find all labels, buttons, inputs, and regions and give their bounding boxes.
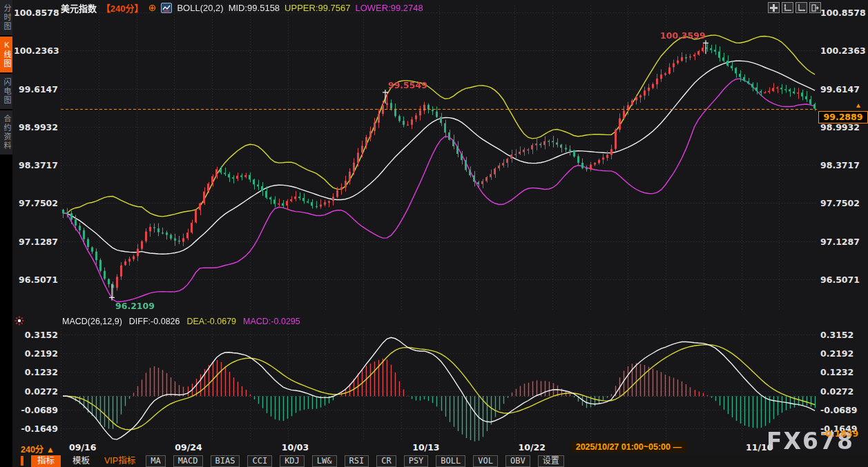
macd-name: MACD(26,12,9) xyxy=(62,317,122,326)
toolbar-button-2-vip[interactable]: VIP指标 xyxy=(102,455,138,467)
move-icon[interactable] xyxy=(768,2,780,13)
date-tick-label: 09/16 xyxy=(69,442,96,453)
scale-y-axis-icon[interactable] xyxy=(782,2,793,13)
toolbar-accent-bar xyxy=(21,456,23,466)
toolbar-button-14-obv[interactable]: OBV xyxy=(505,455,530,467)
price-axis-label-left: 98.9932 xyxy=(14,122,58,132)
macd-current-value: -0.1839 xyxy=(822,428,858,439)
toolbar-button-15-settings[interactable]: 设置 xyxy=(538,455,564,467)
period-badge: 【240分】 xyxy=(102,1,144,14)
toolbar-button-6-cci[interactable]: CCI xyxy=(247,455,272,467)
macd-axis-label-right: 0.3152 xyxy=(820,330,853,340)
footer-period-label[interactable]: 240分 ▲ xyxy=(21,442,55,455)
date-tick-label: 10/13 xyxy=(412,442,439,453)
macd-axis-label-left: 0.1232 xyxy=(14,367,58,377)
date-tick-label: 10/03 xyxy=(282,442,309,453)
kline-chart-app: 分时图K线图闪电图合约资料 美元指数 【240分】 ⊕ BOLL(20,2) M… xyxy=(0,0,868,467)
macd-axis-label-right: 0.0272 xyxy=(820,386,853,397)
boll-lower-value: LOWER:99.2748 xyxy=(356,3,423,13)
macd-header: MACD(26,12,9) DIFF:-0.0826 DEA:-0.0679 M… xyxy=(62,317,300,326)
price-axis-label-right: 98.9932 xyxy=(820,122,860,132)
macd-axis-label-right: 0.1232 xyxy=(820,367,853,377)
chart-header: 美元指数 【240分】 ⊕ BOLL(20,2) MID:99.5158 UPP… xyxy=(61,1,423,14)
price-axis-label-left: 98.3717 xyxy=(14,160,58,170)
chart-tool-icons xyxy=(768,2,821,13)
macd-diff-value: DIFF:-0.0826 xyxy=(129,317,180,326)
macd-macd-value: MACD:-0.0295 xyxy=(243,317,300,326)
date-tick-label: 10/22 xyxy=(518,442,545,453)
swing-high-label: 100.3599 xyxy=(660,30,706,41)
price-axis-label-right: 100.8578 xyxy=(820,8,866,18)
price-axis-label-left: 100.2363 xyxy=(14,46,58,56)
macd-axis-label-right: 0.2192 xyxy=(820,348,853,359)
boll-upper-value: UPPER:99.7567 xyxy=(284,3,350,13)
selected-bar-range-label: 2025/10/27 01:00~05:00 — xyxy=(572,441,686,453)
toolbar-button-4-macd[interactable]: MACD xyxy=(173,455,203,467)
sidebar-tab-contract-info[interactable]: 合约资料 xyxy=(0,110,12,155)
collapse-panel-icon[interactable] xyxy=(809,2,821,13)
indicator-toolbar: 指标模板VIP指标MAMACDBIASCCIKDJLW&RSICRPSYBOLL… xyxy=(12,455,868,467)
macd-axis-label-left: -0.1649 xyxy=(14,424,58,434)
price-axis-label-right: 99.6147 xyxy=(820,84,860,95)
price-axis-label-left: 99.6147 xyxy=(14,84,58,95)
price-axis-label-left: 100.8578 xyxy=(14,8,58,18)
macd-axis-label-left: 0.0272 xyxy=(14,386,58,397)
price-axis-label-left: 97.1287 xyxy=(14,237,58,247)
price-axis-label-right: 96.5071 xyxy=(820,275,860,285)
current-price-tag: 99.2889 xyxy=(818,111,868,123)
price-tag-arrow: ▲ xyxy=(855,101,862,109)
toolbar-button-13-vol[interactable]: VOL xyxy=(473,455,498,467)
symbol-title: 美元指数 xyxy=(61,1,97,14)
sidebar-tab-flash[interactable]: 闪电图 xyxy=(0,74,12,109)
macd-canvas[interactable] xyxy=(61,328,817,441)
toolbar-button-7-kdj[interactable]: KDJ xyxy=(280,455,305,467)
price-axis-label-left: 96.5071 xyxy=(14,275,58,285)
macd-axis-label-right: -0.0689 xyxy=(820,405,857,415)
price-axis-label-left: 97.7502 xyxy=(14,198,58,208)
boll-mid-value: MID:99.5158 xyxy=(229,3,280,13)
swing-high-label: 99.5549 xyxy=(388,80,427,90)
macd-axis-label-left: 0.3152 xyxy=(14,330,58,340)
macd-axis-label-left: -0.0689 xyxy=(14,405,58,415)
price-axis-label-right: 97.7502 xyxy=(820,198,860,208)
toolbar-button-1-templates[interactable]: 模板 xyxy=(68,455,94,467)
toolbar-button-11-psy[interactable]: PSY xyxy=(404,455,429,467)
toolbar-button-5-bias[interactable]: BIAS xyxy=(211,455,240,467)
macd-axis-label-left: 0.2192 xyxy=(14,348,58,359)
swing-low-label: 96.2109 xyxy=(115,301,155,311)
candlestick-canvas[interactable] xyxy=(61,6,817,312)
toolbar-button-10-cr[interactable]: CR xyxy=(376,455,396,467)
left-sidebar: 分时图K线图闪电图合约资料 xyxy=(0,0,12,467)
toolbar-button-8-lw[interactable]: LW& xyxy=(312,455,337,467)
price-axis-label-right: 100.2363 xyxy=(820,46,866,56)
chart-type-icon[interactable] xyxy=(161,3,172,13)
sidebar-tab-timeline[interactable]: 分时图 xyxy=(0,0,12,35)
macd-settings-icon[interactable] xyxy=(15,316,24,326)
date-axis: 240分 ▲ 09/1609/2410/0310/1310/2211/10202… xyxy=(0,442,868,454)
macd-dea-value: DEA:-0.0679 xyxy=(186,317,236,326)
price-axis-label-right: 97.1287 xyxy=(820,237,860,247)
scale-x-axis-icon[interactable] xyxy=(795,2,807,13)
toolbar-button-0-indicators[interactable]: 指标 xyxy=(31,455,61,467)
add-indicator-icon[interactable]: ⊕ xyxy=(148,3,157,12)
date-tick-label: 09/24 xyxy=(175,442,202,453)
boll-label: BOLL(20,2) xyxy=(177,3,223,13)
toolbar-button-9-rsi[interactable]: RSI xyxy=(345,455,369,467)
toolbar-button-12-boll[interactable]: BOLL xyxy=(436,455,465,467)
price-axis-label-right: 98.3717 xyxy=(820,160,860,170)
toolbar-button-3-ma[interactable]: MA xyxy=(146,455,165,467)
sidebar-tab-kline[interactable]: K线图 xyxy=(0,37,12,72)
